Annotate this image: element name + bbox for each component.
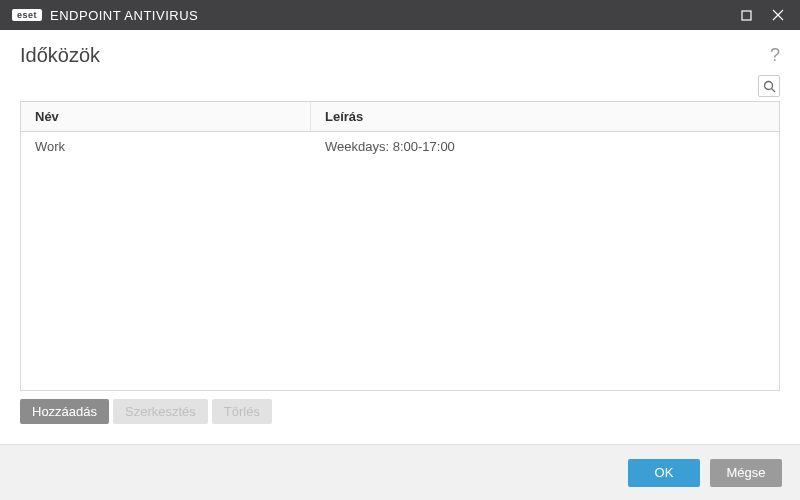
add-button[interactable]: Hozzáadás	[20, 399, 109, 424]
search-row	[0, 75, 800, 101]
intervals-table: Név Leírás Work Weekdays: 8:00-17:00	[20, 101, 780, 391]
titlebar: eset ENDPOINT ANTIVIRUS	[0, 0, 800, 30]
search-button[interactable]	[758, 75, 780, 97]
brand: eset ENDPOINT ANTIVIRUS	[12, 8, 198, 23]
cell-desc: Weekdays: 8:00-17:00	[311, 132, 779, 161]
window-controls	[732, 3, 792, 27]
eset-logo: eset	[12, 9, 42, 21]
column-header-name[interactable]: Név	[21, 102, 311, 131]
ok-button[interactable]: OK	[628, 459, 700, 487]
column-header-desc[interactable]: Leírás	[311, 102, 779, 131]
edit-button: Szerkesztés	[113, 399, 208, 424]
footer: OK Mégse	[0, 444, 800, 500]
maximize-icon[interactable]	[732, 3, 760, 27]
cancel-button[interactable]: Mégse	[710, 459, 782, 487]
product-name: ENDPOINT ANTIVIRUS	[50, 8, 198, 23]
cell-name: Work	[21, 132, 311, 161]
search-icon	[763, 80, 776, 93]
help-icon[interactable]: ?	[770, 45, 780, 66]
row-actions: Hozzáadás Szerkesztés Törlés	[0, 391, 800, 432]
delete-button: Törlés	[212, 399, 272, 424]
content: Név Leírás Work Weekdays: 8:00-17:00	[0, 101, 800, 391]
svg-line-4	[771, 88, 775, 92]
header: Időközök ?	[0, 30, 800, 75]
table-body: Work Weekdays: 8:00-17:00	[21, 132, 779, 390]
page-title: Időközök	[20, 44, 100, 67]
svg-point-3	[764, 81, 772, 89]
table-header: Név Leírás	[21, 102, 779, 132]
table-row[interactable]: Work Weekdays: 8:00-17:00	[21, 132, 779, 161]
svg-rect-0	[742, 11, 751, 20]
close-icon[interactable]	[764, 3, 792, 27]
